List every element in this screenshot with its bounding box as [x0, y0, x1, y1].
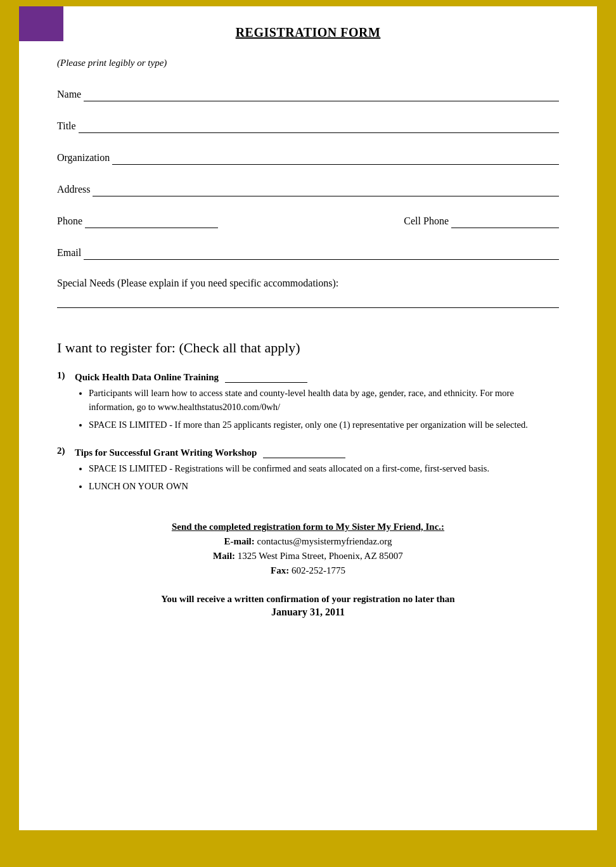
send-email-line: E-mail: contactus@mysistermyfriendaz.org [57, 536, 559, 547]
item-1-bullet-1: Participants will learn how to access st… [89, 387, 559, 414]
purple-corner-decoration [19, 6, 63, 41]
page-wrapper: REGISTRATION FORM (Please print legibly … [19, 6, 597, 830]
name-label: Name [57, 89, 81, 101]
address-input-line[interactable] [93, 183, 559, 196]
phone-input-line[interactable] [85, 214, 218, 228]
item-2-bullet-2: LUNCH ON YOUR OWN [89, 480, 559, 494]
fax-label-send: Fax: [271, 565, 292, 575]
mail-value-send: 1325 West Pima Street, Phoenix, AZ 85007 [238, 551, 403, 561]
fax-value-send: 602-252-1775 [292, 565, 345, 575]
item-2-number: 2) [57, 446, 75, 456]
mail-label-send: Mail: [213, 551, 238, 561]
name-field-row: Name [57, 87, 559, 101]
email-field-row: Email [57, 246, 559, 260]
organization-field-row: Organization [57, 151, 559, 165]
cell-phone-input-line[interactable] [451, 214, 559, 228]
name-input-line[interactable] [84, 87, 559, 101]
item-2-title-row: Tips for Successful Grant Writing Worksh… [75, 446, 559, 458]
print-note: (Please print legibly or type) [57, 58, 559, 68]
confirmation-section: You will receive a written confirmation … [57, 591, 559, 618]
register-section: I want to register for: (Check all that … [57, 340, 559, 503]
send-fax-line: Fax: 602-252-1775 [57, 565, 559, 576]
address-label: Address [57, 184, 90, 196]
title-input-line[interactable] [79, 119, 559, 133]
cell-phone-field: Cell Phone [404, 214, 559, 228]
item-1-title-row: Quick Health Data Online Training [75, 370, 559, 383]
title-field-row: Title [57, 119, 559, 133]
item-2-title: Tips for Successful Grant Writing Worksh… [75, 447, 257, 458]
item-1-bullets: Participants will learn how to access st… [75, 387, 559, 432]
address-field-row: Address [57, 183, 559, 196]
send-mail-line: Mail: 1325 West Pima Street, Phoenix, AZ… [57, 551, 559, 562]
special-needs-input-line[interactable] [57, 294, 559, 308]
organization-label: Organization [57, 152, 110, 165]
confirmation-text: You will receive a written confirmation … [57, 591, 559, 607]
send-section: Send the completed registration form to … [57, 522, 559, 576]
phone-field: Phone [57, 214, 218, 228]
confirmation-date: January 31, 2011 [57, 607, 559, 618]
send-heading: Send the completed registration form to … [57, 522, 559, 532]
item-2-content: Tips for Successful Grant Writing Worksh… [75, 446, 559, 503]
email-label-send: E-mail: [224, 536, 257, 546]
special-needs-section: Special Needs (Please explain if you nee… [57, 278, 559, 308]
phone-cell-row: Phone Cell Phone [57, 214, 559, 228]
item-1-content: Quick Health Data Online Training Partic… [75, 370, 559, 440]
item-1-title: Quick Health Data Online Training [75, 372, 219, 383]
item-1: 1) Quick Health Data Online Training Par… [57, 370, 559, 440]
email-label: Email [57, 247, 81, 260]
special-needs-label: Special Needs (Please explain if you nee… [57, 278, 559, 289]
register-heading: I want to register for: (Check all that … [57, 340, 559, 356]
email-value-send: contactus@mysistermyfriendaz.org [257, 536, 392, 546]
item-2: 2) Tips for Successful Grant Writing Wor… [57, 446, 559, 503]
item-2-bullet-1: SPACE IS LIMITED - Registrations will be… [89, 462, 559, 476]
item-2-bullets: SPACE IS LIMITED - Registrations will be… [75, 462, 559, 494]
form-section: Name Title Organization Address Phone Ce… [57, 87, 559, 308]
item-1-bullet-2: SPACE IS LIMITED - If more than 25 appli… [89, 418, 559, 432]
item-1-number: 1) [57, 370, 75, 381]
title-label: Title [57, 120, 76, 133]
organization-input-line[interactable] [112, 151, 559, 165]
item-1-checkbox-line[interactable] [225, 370, 307, 383]
phone-label: Phone [57, 215, 82, 228]
email-input-line[interactable] [84, 246, 559, 260]
cell-phone-label: Cell Phone [404, 215, 449, 228]
page-title: REGISTRATION FORM [57, 25, 559, 40]
item-2-checkbox-line[interactable] [263, 446, 345, 458]
